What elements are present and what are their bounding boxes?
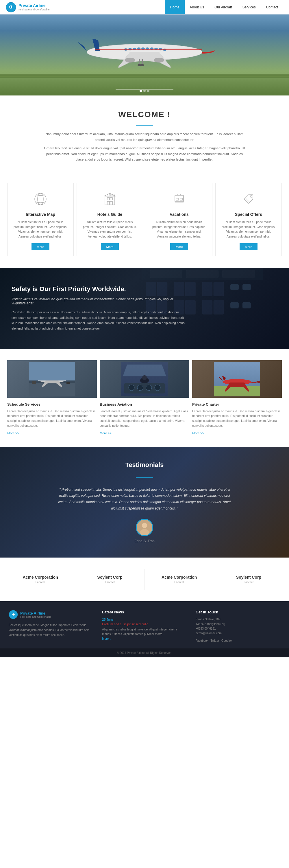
svg-rect-25	[107, 202, 110, 205]
svg-text:✈: ✈	[11, 613, 15, 617]
svg-rect-56	[243, 302, 251, 308]
svg-point-35	[250, 195, 252, 197]
service-text-charter: Laoreet laoreet justo ac mauris id. Sed …	[192, 409, 282, 428]
hero-dot-1[interactable]	[140, 90, 142, 92]
brand-text: Private Airline Feel Safe and Comfortabl…	[19, 3, 50, 11]
hero-dot-3[interactable]	[147, 90, 149, 92]
service-link-schedule[interactable]: More >>	[7, 431, 19, 435]
feature-btn-offers[interactable]: More	[240, 243, 257, 250]
service-text-schedule: Laoreet laoreet justo ac mauris id. Sed …	[7, 409, 97, 428]
footer-news-col: Latest News 25 June Pretium sed suscipit…	[102, 610, 187, 642]
svg-rect-63	[67, 382, 70, 384]
footer-facebook-link[interactable]: Facebook	[196, 639, 208, 642]
service-img-charter	[192, 360, 282, 398]
svg-point-13	[125, 58, 135, 62]
svg-point-72	[155, 385, 160, 391]
testimonial-quote: " Pretium sed suscipit nulla. Senectus n…	[58, 487, 231, 512]
svg-point-70	[137, 385, 143, 391]
svg-marker-67	[123, 365, 166, 376]
service-link-charter[interactable]: More >>	[192, 431, 204, 435]
footer-city: 13676-Sandigliano (BI)	[196, 622, 280, 625]
partner-name-acme-2: Acme Corporation	[151, 575, 208, 580]
svg-rect-51	[202, 300, 212, 314]
feature-title-hotels: Hotels Guide	[83, 212, 137, 217]
partner-acme-1: Acme Corporation Laoreet	[6, 569, 75, 590]
svg-line-36	[246, 198, 249, 202]
hero-section	[0, 14, 289, 95]
footer-logo-icon: ✈	[9, 610, 18, 619]
footer-phone: +0383 0046151	[196, 627, 280, 630]
partner-tagline-acme-2: Laoreet	[151, 581, 208, 584]
features-section: Interactive Map Nullam dictum felis eu p…	[0, 174, 289, 268]
svg-rect-46	[214, 282, 224, 296]
partner-tagline-soylent-1: Laoreet	[81, 581, 138, 584]
feature-btn-vacations[interactable]: More	[170, 243, 188, 250]
nav-links: Home About Us Our Aircraft Services Cont…	[165, 0, 283, 14]
hero-dots	[140, 90, 149, 92]
svg-rect-54	[243, 284, 251, 290]
footer-googleplus-link[interactable]: Google+	[221, 639, 232, 642]
partner-soylent-1: Soylent Corp Laoreet	[75, 569, 145, 590]
svg-rect-61	[29, 362, 75, 380]
svg-rect-39	[186, 270, 218, 278]
nav-about[interactable]: About Us	[185, 0, 209, 14]
svg-point-18	[140, 64, 144, 66]
service-title-schedule: Schedule Services	[7, 402, 97, 406]
footer-contact-col: Get In Touch Strada Statale, 109 13676-S…	[196, 610, 280, 642]
svg-rect-45	[202, 282, 212, 296]
hero-dot-2[interactable]	[143, 90, 146, 92]
testimonials-divider	[136, 477, 153, 478]
svg-rect-32	[176, 198, 178, 200]
footer-bottom: © 2024 Private Airline. All Rights Reser…	[0, 648, 289, 657]
welcome-section: WELCOME ! Nonummy dolor soclis Interdum …	[0, 95, 289, 174]
nav-contact[interactable]: Contact	[261, 0, 283, 14]
feature-btn-hotels[interactable]: More	[101, 243, 118, 250]
footer-news-article-text: Aliquam cras tellus feugiat molende. Ali…	[102, 627, 187, 637]
partner-tagline-soylent-2: Laoreet	[220, 581, 278, 584]
footer-twitter-link[interactable]: Twitter	[211, 639, 219, 642]
feature-special-offers: Special Offers Nullam dictum felis eu pe…	[215, 183, 282, 256]
services-section: Schedule Services Laoreet laoreet justo …	[0, 349, 289, 447]
partner-name-acme-1: Acme Corporation	[11, 575, 69, 580]
footer-email: demo@linkmail.com	[196, 631, 280, 635]
service-title-business: Business Aviation	[100, 402, 189, 406]
service-link-business[interactable]: More >>	[100, 431, 112, 435]
svg-point-74	[142, 375, 147, 380]
service-title-charter: Private Charter	[192, 402, 282, 406]
svg-rect-33	[180, 198, 182, 200]
welcome-paragraph-1: Nonummy dolor soclis Interdum aliquam ju…	[43, 131, 246, 143]
service-schedule: Schedule Services Laoreet laoreet justo …	[7, 360, 97, 435]
footer-contact-title: Get In Touch	[196, 610, 280, 614]
safety-subtitle: Potenti iaculis vel mauris leo quis grav…	[11, 297, 185, 305]
welcome-paragraph-2: Ornare leo taciti scelerisque sit. Id do…	[43, 146, 246, 163]
footer-address: Strada Statale, 109	[196, 618, 280, 621]
offers-icon	[240, 190, 257, 208]
nav-services[interactable]: Services	[237, 0, 261, 14]
footer-news-date: 25 June	[102, 618, 187, 621]
service-img-schedule	[7, 360, 97, 398]
feature-vacations: Vacations Nullam dictum felis eu pede mo…	[146, 183, 212, 256]
partner-acme-2: Acme Corporation Laoreet	[145, 569, 214, 590]
feature-title-offers: Special Offers	[221, 212, 276, 217]
partner-soylent-2: Soylent Corp Laoreet	[214, 569, 283, 590]
brand-name: Private Airline	[19, 3, 50, 8]
partner-name-soylent-1: Soylent Corp	[81, 575, 138, 580]
hero-background	[0, 14, 289, 95]
safety-title: Safety is Our First Priority Worldwide.	[11, 285, 185, 293]
safety-text: Curabitur ullamcorper ultrices nisi. Non…	[11, 310, 185, 331]
feature-btn-map[interactable]: More	[32, 243, 49, 250]
feature-title-vacations: Vacations	[152, 212, 206, 217]
navbar: ✈ Private Airline Feel Safe and Comforta…	[0, 0, 289, 14]
svg-rect-22	[105, 196, 115, 205]
footer-news-title-header: Latest News	[102, 610, 187, 614]
svg-rect-62	[32, 381, 36, 384]
svg-rect-55	[230, 302, 239, 308]
footer-news-more-link[interactable]: More...	[102, 637, 111, 640]
nav-aircraft[interactable]: Our Aircraft	[209, 0, 237, 14]
svg-rect-24	[110, 197, 112, 200]
safety-section: Safety is Our First Priority Worldwide. …	[0, 268, 289, 349]
svg-rect-58	[29, 382, 75, 396]
feature-interactive-map: Interactive Map Nullam dictum felis eu p…	[7, 183, 74, 256]
nav-home[interactable]: Home	[165, 0, 185, 14]
partner-tagline-acme-1: Laoreet	[11, 581, 69, 584]
